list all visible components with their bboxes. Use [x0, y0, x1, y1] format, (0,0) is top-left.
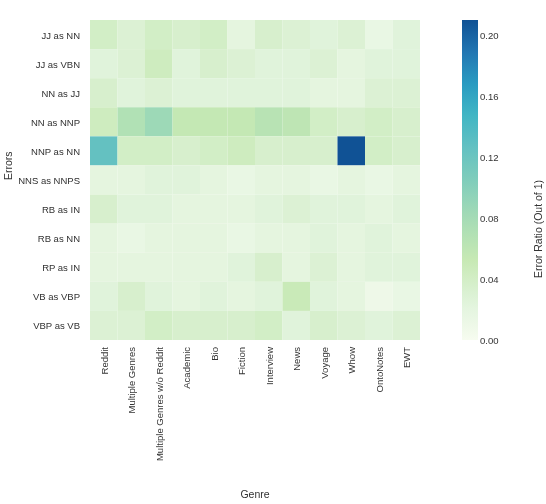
heatmap-cell	[365, 253, 393, 282]
colorbar-tick-label: 0.00	[480, 335, 499, 346]
heatmap-cell	[310, 165, 338, 194]
heatmap-cell	[228, 253, 256, 282]
heatmap-cell	[90, 195, 118, 224]
heatmap-cell	[118, 20, 146, 49]
heatmap-cell	[255, 282, 283, 311]
y-tick-label: VB as VBP	[33, 291, 80, 302]
heatmap-cell	[145, 195, 173, 224]
y-tick-label: RB as IN	[42, 204, 80, 215]
heatmap-cell	[393, 107, 421, 136]
heatmap-cell	[90, 165, 118, 194]
heatmap-cell	[145, 107, 173, 136]
y-axis-labels: JJ as NNJJ as VBNNN as JJNN as NNPNNP as…	[0, 20, 85, 340]
heatmap-cell	[283, 107, 311, 136]
x-axis-labels: RedditMultiple GenresMultiple Genres w/o…	[90, 345, 420, 465]
colorbar-tick-label: 0.20	[480, 30, 499, 41]
heatmap-cell	[145, 78, 173, 107]
x-tick-label: Bio	[214, 333, 225, 347]
heatmap-cell	[310, 136, 338, 165]
y-tick-label: NN as JJ	[41, 87, 80, 98]
heatmap-cell	[145, 136, 173, 165]
heatmap-cell	[200, 195, 228, 224]
x-tick-label: Fiction	[241, 319, 252, 347]
y-tick-label: RP as IN	[42, 262, 80, 273]
heatmap-cell	[200, 282, 228, 311]
heatmap-cell	[173, 78, 201, 107]
heatmap-cell	[365, 136, 393, 165]
heatmap-cell	[393, 224, 421, 253]
heatmap-cell	[255, 107, 283, 136]
heatmap-cell	[283, 253, 311, 282]
heatmap-cell	[255, 20, 283, 49]
heatmap-cell	[228, 282, 256, 311]
heatmap-cell	[338, 78, 366, 107]
heatmap-cell	[200, 165, 228, 194]
heatmap-cell	[228, 20, 256, 49]
x-tick-label: News	[296, 323, 307, 347]
heatmap-cell	[228, 136, 256, 165]
y-tick-label: RB as NN	[38, 233, 80, 244]
heatmap-cell	[393, 136, 421, 165]
heatmap-cell	[90, 20, 118, 49]
heatmap-cell	[283, 224, 311, 253]
heatmap-cell	[173, 136, 201, 165]
heatmap-cell	[365, 78, 393, 107]
heatmap-cell	[173, 224, 201, 253]
heatmap-cell	[200, 20, 228, 49]
heatmap-cell	[90, 253, 118, 282]
heatmap-cell	[255, 224, 283, 253]
heatmap-cell	[338, 224, 366, 253]
heatmap-cell	[200, 49, 228, 78]
heatmap-cell	[338, 136, 366, 165]
heatmap-cell	[283, 165, 311, 194]
heatmap-cell	[365, 195, 393, 224]
heatmap-cell	[228, 224, 256, 253]
x-tick-label: OntoNotes	[379, 302, 390, 347]
heatmap-cell	[228, 49, 256, 78]
heatmap-cell	[393, 282, 421, 311]
heatmap-cell	[173, 49, 201, 78]
heatmap-cell	[118, 195, 146, 224]
heatmap-cell	[393, 78, 421, 107]
heatmap-cell	[228, 78, 256, 107]
heatmap-cell	[310, 195, 338, 224]
heatmap-cell	[338, 253, 366, 282]
heatmap-cell	[338, 282, 366, 311]
heatmap-cell	[90, 107, 118, 136]
heatmap-cell	[310, 253, 338, 282]
heatmap-cell	[118, 165, 146, 194]
heatmap-cell	[90, 224, 118, 253]
heatmap-cell	[90, 282, 118, 311]
x-tick-label: Reddit	[104, 320, 115, 347]
heatmap-cell	[228, 107, 256, 136]
heatmap-cell	[393, 253, 421, 282]
heatmap-cell	[255, 49, 283, 78]
colorbar-tick-label: 0.16	[480, 91, 499, 102]
heatmap-cell	[200, 78, 228, 107]
x-tick-label: Interview	[269, 309, 280, 347]
colorbar-tick-label: 0.12	[480, 152, 499, 163]
colorbar-tick-label: 0.04	[480, 274, 499, 285]
heatmap-cell	[365, 49, 393, 78]
colorbar-ticks: 0.000.040.080.120.160.20	[480, 20, 508, 340]
heatmap-cell	[200, 136, 228, 165]
heatmap-cell	[118, 49, 146, 78]
heatmap-cell	[365, 165, 393, 194]
heatmap-cell	[338, 165, 366, 194]
heatmap-cell	[118, 78, 146, 107]
heatmap-cell	[255, 136, 283, 165]
heatmap-cell	[255, 195, 283, 224]
heatmap-cell	[310, 107, 338, 136]
heatmap-cell	[310, 78, 338, 107]
y-tick-label: NNS as NNPS	[18, 175, 80, 186]
heatmap-cell	[200, 224, 228, 253]
heatmap-cell	[283, 195, 311, 224]
x-tick-label: Academic	[186, 305, 197, 347]
heatmap-cell	[90, 78, 118, 107]
y-tick-label: VBP as VB	[33, 320, 80, 331]
heatmap-cell	[200, 107, 228, 136]
heatmap-cell	[393, 195, 421, 224]
heatmap-cell	[173, 165, 201, 194]
heatmap-cell	[173, 253, 201, 282]
heatmap-cell	[338, 49, 366, 78]
